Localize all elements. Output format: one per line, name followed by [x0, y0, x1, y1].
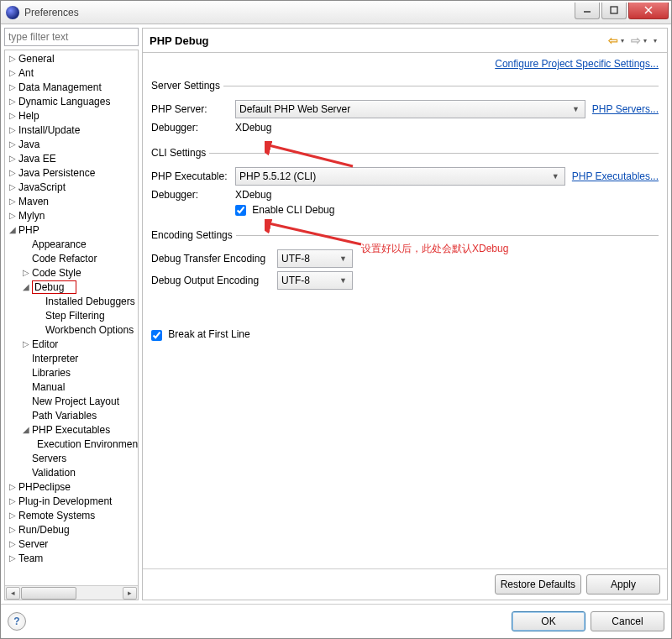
php-server-value: Default PHP Web Server — [239, 103, 350, 115]
tree-item[interactable]: Servers — [5, 451, 138, 465]
tree-item[interactable]: ▷Install/Update — [5, 123, 138, 137]
tree-item[interactable]: Manual — [5, 380, 138, 394]
php-servers-link[interactable]: PHP Servers... — [592, 103, 659, 115]
tree-item[interactable]: ▷Dynamic Languages — [5, 94, 138, 108]
tree-item[interactable]: ◢Debug — [5, 280, 138, 294]
scroll-right-icon[interactable]: ▸ — [123, 587, 137, 600]
tree-item-label: Manual — [32, 381, 65, 393]
dialog-footer: ? OK Cancel — [1, 604, 671, 638]
chevron-down-icon: ▾ — [621, 37, 624, 45]
tree-item[interactable]: ▷General — [5, 51, 138, 65]
filter-input[interactable] — [4, 28, 139, 46]
window-controls — [573, 3, 669, 19]
tree-item-label: Path Variables — [32, 410, 97, 422]
tree-item[interactable]: ▷Java EE — [5, 151, 138, 165]
tree-item[interactable]: ▷Plug-in Development — [5, 494, 138, 508]
scroll-left-icon[interactable]: ◂ — [6, 587, 20, 600]
tree-item[interactable]: Execution Environments — [5, 437, 138, 451]
scroll-thumb[interactable] — [21, 587, 76, 600]
tree-item-label: Libraries — [32, 367, 71, 379]
tree-item[interactable]: ▷PHPeclipse — [5, 479, 138, 494]
annotation-arrow-icon — [265, 219, 365, 248]
tree-item[interactable]: ▷Code Style — [5, 265, 138, 280]
tree-item-label: Install/Update — [18, 124, 80, 136]
php-server-combo[interactable]: Default PHP Web Server ▼ — [235, 100, 585, 118]
tree-collapsed-icon: ▷ — [8, 97, 17, 106]
output-encoding-combo[interactable]: UTF-8 ▼ — [277, 271, 353, 290]
tree-item[interactable]: Installed Debuggers — [5, 294, 138, 308]
tree-item-label: Ant — [18, 67, 34, 79]
maximize-button[interactable] — [601, 3, 627, 19]
tree-h-scrollbar[interactable]: ◂ ▸ — [5, 585, 138, 600]
tree-item[interactable]: ▷Editor — [5, 337, 138, 351]
tree-item-label: Execution Environments — [37, 438, 138, 450]
tree-item[interactable]: Workbench Options — [5, 322, 138, 337]
content-panel: PHP Debug ⇦ ▾ ⇨ ▾ ▾ C — [142, 28, 668, 600]
close-button[interactable] — [628, 3, 669, 19]
tree-item[interactable]: ▷Java Persistence — [5, 165, 138, 180]
chevron-down-icon: ▾ — [643, 37, 647, 45]
enable-cli-debug-checkbox[interactable]: Enable CLI Debug — [235, 204, 334, 216]
tree-item[interactable]: ▷Maven — [5, 194, 138, 208]
apply-button[interactable]: Apply — [586, 574, 660, 594]
tree-item-label: Appearance — [32, 238, 87, 250]
tree-item[interactable]: ▷JavaScript — [5, 180, 138, 194]
tree-item[interactable]: Interpreter — [5, 351, 138, 365]
tree-item[interactable]: Validation — [5, 465, 138, 479]
arrow-back-icon: ⇦ — [606, 34, 620, 47]
help-button[interactable]: ? — [8, 612, 26, 631]
scroll-track[interactable] — [21, 587, 122, 600]
app-icon — [6, 6, 19, 19]
svg-line-7 — [269, 223, 361, 244]
tree-item[interactable]: Appearance — [5, 237, 138, 251]
tree-item[interactable]: ▷Help — [5, 108, 138, 123]
tree-item[interactable]: Libraries — [5, 365, 138, 380]
tree-item[interactable]: ▷Team — [5, 551, 138, 565]
break-first-line-checkbox[interactable]: Break at First Line — [151, 328, 250, 340]
tree-collapsed-icon: ▷ — [8, 511, 17, 520]
tree-item[interactable]: ▷Remote Systems — [5, 508, 138, 522]
tree-item[interactable]: New Project Layout — [5, 394, 138, 408]
server-debugger-value: XDebug — [235, 122, 271, 134]
tree-expanded-icon: ◢ — [8, 225, 17, 234]
tree-item[interactable]: ▷Server — [5, 537, 138, 551]
server-settings-group: Server Settings PHP Server: Default PHP … — [151, 80, 659, 137]
tree-item[interactable]: Step Filtering — [5, 308, 138, 322]
nav-forward-button[interactable]: ⇨ ▾ — [627, 34, 648, 47]
tree-item-label: Code Refactor — [32, 253, 97, 265]
help-icon: ? — [13, 615, 19, 627]
tree-item[interactable]: ▷Run/Debug — [5, 522, 138, 537]
configure-project-link[interactable]: Configure Project Specific Settings... — [495, 58, 659, 70]
tree-item-label: Java EE — [18, 153, 56, 165]
tree-collapsed-icon: ▷ — [8, 111, 17, 120]
tree-item[interactable]: ▷Ant — [5, 65, 138, 80]
enable-cli-debug-label: Enable CLI Debug — [252, 204, 334, 216]
tree-item[interactable]: ▷Data Management — [5, 80, 138, 94]
tree-item[interactable]: ◢PHP — [5, 223, 138, 237]
ok-button[interactable]: OK — [512, 611, 585, 631]
transfer-encoding-label: Debug Transfer Encoding — [151, 253, 277, 265]
tree-item[interactable]: ▷Mylyn — [5, 208, 138, 223]
tree-item-label: Server — [18, 538, 48, 550]
tree-item-label: Team — [18, 553, 43, 564]
cancel-button[interactable]: Cancel — [591, 611, 664, 631]
restore-defaults-button[interactable]: Restore Defaults — [495, 574, 581, 594]
dialog-body: ▷General▷Ant▷Data Management▷Dynamic Lan… — [1, 24, 671, 604]
svg-rect-1 — [611, 7, 617, 13]
minimize-button[interactable] — [575, 3, 600, 19]
transfer-encoding-combo[interactable]: UTF-8 ▼ — [277, 249, 353, 268]
tree-item[interactable]: ◢PHP Executables — [5, 422, 138, 437]
php-executables-link[interactable]: PHP Executables... — [572, 170, 659, 182]
preferences-tree-container: ▷General▷Ant▷Data Management▷Dynamic Lan… — [4, 50, 139, 600]
page-menu-button[interactable]: ▾ — [650, 34, 660, 47]
tree-item[interactable]: ▷Java — [5, 137, 138, 151]
tree-collapsed-icon: ▷ — [8, 68, 17, 77]
preferences-window: Preferences ▷General▷Ant▷Data Management… — [0, 0, 672, 639]
tree-item-label: PHP — [18, 224, 39, 236]
transfer-encoding-value: UTF-8 — [281, 253, 310, 265]
tree-item-label: PHP Executables — [32, 424, 110, 436]
nav-back-button[interactable]: ⇦ ▾ — [605, 34, 626, 47]
tree-item[interactable]: Code Refactor — [5, 251, 138, 265]
tree-item[interactable]: Path Variables — [5, 408, 138, 422]
preferences-tree[interactable]: ▷General▷Ant▷Data Management▷Dynamic Lan… — [5, 50, 138, 585]
